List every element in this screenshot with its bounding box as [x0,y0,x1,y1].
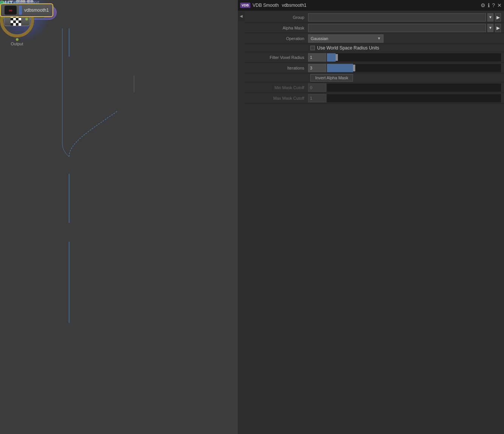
min-mask-value: 0 [308,83,501,92]
vdbsmooth-port-top1 [20,0,23,3]
vdbsmooth-name: vdbsmooth1 [24,8,49,13]
min-mask-slider [327,83,501,92]
alpha-mask-input[interactable] [308,24,486,32]
world-space-label: Use World Space Radius Units [317,45,379,51]
title-text: VDB Smooth [253,3,279,8]
group-row: Group ▼ ▶ [245,12,504,23]
title-bar: VDB VDB Smooth vdbsmooth1 ⚙ ℹ ? ✕ [238,0,504,11]
max-mask-row: Max Mask Cutoff 1 [245,93,504,103]
iterations-slider[interactable] [327,64,501,72]
filter-voxel-fill [327,53,336,62]
title-node-name: vdbsmooth1 [282,3,481,8]
alpha-mask-dropdown-btn[interactable]: ▼ [487,24,493,32]
filter-voxel-handle [336,54,338,61]
group-expand-btn[interactable]: ▶ [495,13,501,22]
filter-voxel-value[interactable]: 1 [308,53,501,62]
iterations-fill [327,64,353,72]
world-space-checkbox[interactable] [310,46,315,50]
collapse-icon: ◀ [240,14,243,18]
iterations-input[interactable]: 3 [308,64,326,72]
group-label: Group [248,15,308,20]
gear-icon[interactable]: ⚙ [481,2,486,8]
panel-collapse-arrow[interactable]: ◀ [238,11,245,21]
output-port-bottom [16,38,18,41]
min-mask-input: 0 [308,83,326,92]
max-mask-input: 1 [308,94,326,102]
operation-dropdown[interactable]: Gaussian ▼ [308,34,384,43]
iterations-row: Iterations 3 [245,63,504,73]
group-input[interactable] [308,13,486,22]
vdbsmooth-port-bottom [25,18,28,20]
group-dropdown-btn[interactable]: ▼ [487,13,493,22]
invert-alpha-mask-button[interactable]: Invert Alpha Mask [310,74,353,82]
node-graph[interactable]: DOP Import ≫ Prev_Frame GeomObject 📥 Inp… [0,0,238,434]
close-icon[interactable]: ✕ [497,2,502,8]
min-mask-label: Min Mask Cutoff [248,85,308,90]
filter-voxel-slider[interactable] [327,53,501,62]
alpha-mask-label: Alpha Mask [248,26,308,30]
max-mask-label: Max Mask Cutoff [248,96,308,100]
operation-dropdown-text: Gaussian [311,36,328,41]
operation-value[interactable]: Gaussian ▼ [308,34,501,43]
group-value[interactable]: ▼ ▶ [308,13,501,22]
world-space-row: Use World Space Radius Units [245,44,504,52]
properties-panel: VDB VDB Smooth vdbsmooth1 ⚙ ℹ ? ✕ ◀ Grou… [238,0,504,434]
output-label-top: Output [0,42,34,46]
alpha-mask-row: Alpha Mask ▼ ▶ [245,23,504,33]
filter-voxel-input[interactable]: 1 [308,53,326,62]
operation-row: Operation Gaussian ▼ [245,33,504,44]
iterations-value[interactable]: 3 [308,64,501,72]
iterations-handle [353,65,355,71]
iterations-label: Iterations [248,66,308,70]
question-icon[interactable]: ? [492,2,495,8]
info-icon[interactable]: ℹ [488,2,490,8]
filter-voxel-label: Filter Voxel Radius [248,55,308,60]
max-mask-slider [327,94,501,102]
max-mask-value: 1 [308,94,501,102]
vdbsmooth-port-top2 [31,0,33,3]
invert-row: Invert Alpha Mask [245,73,504,82]
filter-voxel-row: Filter Voxel Radius 1 [245,52,504,63]
vdb-title-icon: VDB [240,3,250,8]
alpha-mask-expand-btn[interactable]: ▶ [495,24,501,32]
operation-dropdown-arrow: ▼ [377,36,381,40]
connection-lines [0,0,238,434]
alpha-mask-value[interactable]: ▼ ▶ [308,24,501,32]
min-mask-row: Min Mask Cutoff 0 [245,82,504,93]
operation-label: Operation [248,36,308,41]
